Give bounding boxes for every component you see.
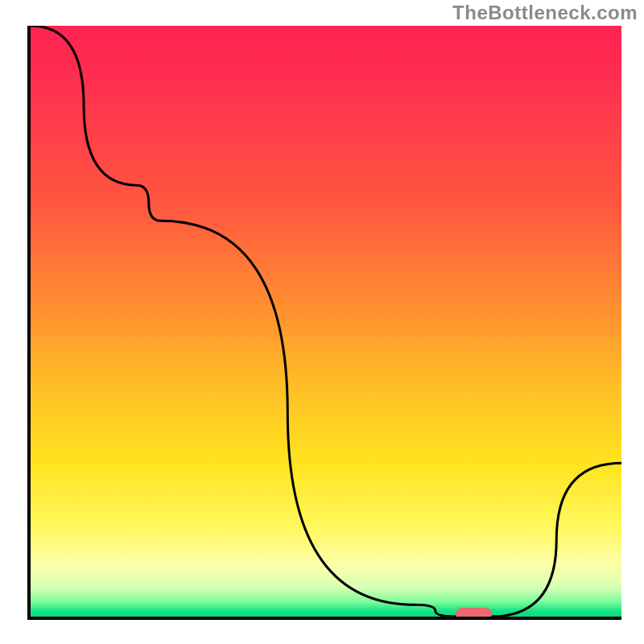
chart-container: TheBottleneck.com: [0, 0, 644, 644]
curve-path: [31, 26, 621, 617]
optimum-marker: [456, 608, 491, 620]
watermark-text: TheBottleneck.com: [452, 2, 638, 24]
bottleneck-curve: [31, 26, 621, 617]
plot-area: [27, 26, 621, 620]
